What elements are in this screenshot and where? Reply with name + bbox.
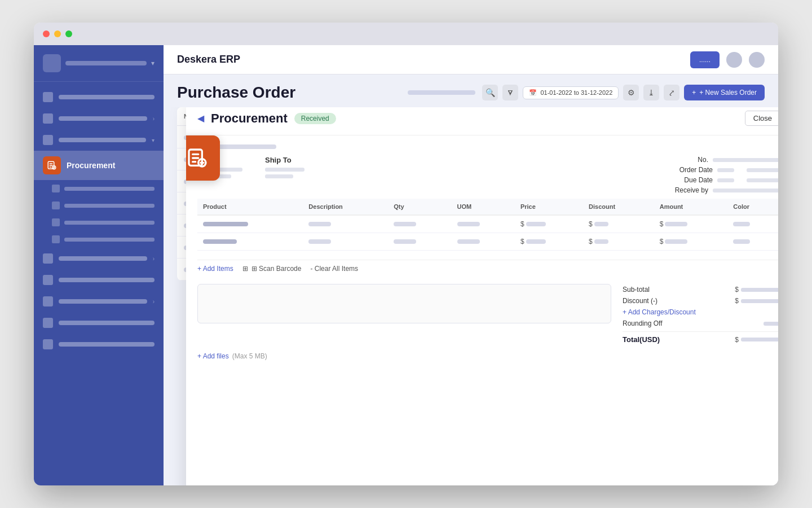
add-charges-link[interactable]: + Add Charges/Discount [623, 308, 696, 316]
sidebar-item-8[interactable] [34, 334, 164, 355]
table-area: Number Contact P.O. Date Due Date Total … [164, 107, 778, 485]
search-bar-placeholder [408, 90, 475, 95]
sidebar: ▾ › ▾ [34, 45, 164, 485]
totals-table: Sub-total $ Discount (-) $ [623, 284, 778, 345]
sidebar-icon-3 [43, 135, 53, 145]
due-date-value-2 [747, 178, 778, 182]
search-icon[interactable]: 🔍 [482, 85, 498, 100]
filter-icon[interactable]: ⛛ [502, 85, 518, 100]
order-date-value-1 [717, 168, 734, 172]
due-date-value-1 [717, 178, 734, 182]
item-row-1[interactable]: $ $ [197, 215, 778, 233]
maximize-traffic-light[interactable] [65, 30, 72, 37]
file-size-hint: (Max 5 MB) [232, 352, 267, 360]
col-description[interactable]: Description [303, 199, 388, 215]
receive-by-label: Receive by [663, 186, 708, 194]
procurement-label: Procurement [67, 161, 115, 170]
panel-top-row: Bill To Ship To [197, 156, 778, 194]
subtotal-label: Sub-total [623, 286, 650, 294]
sidebar-item-6[interactable]: › [34, 291, 164, 312]
ship-to-label: Ship To [265, 156, 304, 164]
sidebar-subitem-4[interactable] [34, 231, 164, 248]
col-color[interactable]: Color [727, 199, 778, 215]
col-qty[interactable]: Qty [388, 199, 451, 215]
total-label: Total(USD) [623, 335, 660, 344]
panel-header: ◀ Procurement Received Close [186, 107, 778, 135]
sidebar-nav: › ▾ [34, 82, 164, 485]
sidebar-item-3[interactable]: ▾ [34, 129, 164, 151]
rounding-value [764, 322, 778, 326]
col-product[interactable]: Product [197, 199, 303, 215]
order-ref-area: No. Order Date Due D [645, 156, 778, 194]
total-row: Total(USD) $ [623, 331, 778, 345]
order-date-value-2 [747, 168, 778, 172]
rounding-bar [764, 322, 778, 326]
items-footer: + Add Items ⊞ ⊞ Scan Barcode - Clear All… [197, 260, 778, 277]
col-amount[interactable]: Amount [654, 199, 728, 215]
total-value: $ [735, 336, 778, 344]
app-body: ▾ › ▾ [34, 45, 778, 485]
notification-icon[interactable] [726, 52, 742, 68]
bill-ship-area: Bill To Ship To [197, 156, 645, 194]
panel-status-badge: Received [294, 113, 336, 124]
subitem-icon-2 [52, 202, 60, 209]
add-files-link[interactable]: + Add files [197, 352, 229, 360]
items-table: Product Description Qty UOM Price Discou… [197, 199, 778, 251]
meta-no-row: No. [663, 156, 778, 164]
subtotal-value: $ [735, 286, 778, 294]
new-sales-order-button[interactable]: + + New Sales Order [684, 85, 765, 100]
share-icon[interactable]: ⤤ [664, 85, 679, 100]
sidebar-item-procurement[interactable]: Procurement [34, 151, 164, 180]
ship-address-line-2 [265, 174, 293, 178]
page-header: Purchase Order 🔍 ⛛ 📅 01-01-2022 to 31-12… [164, 75, 778, 107]
scan-barcode-link[interactable]: ⊞ ⊞ Scan Barcode [242, 265, 302, 273]
top-bar-button[interactable]: ...... [690, 51, 720, 68]
notes-textarea[interactable] [197, 284, 611, 323]
date-range[interactable]: 📅 01-01-2022 to 31-12-2022 [523, 86, 619, 99]
sidebar-subitem-1[interactable] [34, 180, 164, 197]
procurement-icon [43, 156, 61, 174]
sidebar-header: ▾ [34, 45, 164, 82]
sidebar-expand-icon[interactable]: ▾ [151, 59, 155, 67]
user-avatar[interactable] [749, 52, 765, 68]
clear-items-link[interactable]: - Clear All Items [310, 265, 358, 273]
chevron-right-icon-3: › [153, 299, 155, 305]
totals-section: Sub-total $ Discount (-) $ [197, 284, 778, 345]
settings-icon[interactable]: ⚙ [623, 85, 639, 100]
subtotal-bar [741, 288, 778, 292]
panel-close-button[interactable]: Close [745, 111, 778, 126]
sidebar-icon-1 [43, 92, 53, 102]
sidebar-subitem-2[interactable] [34, 197, 164, 214]
sidebar-subitem-3[interactable] [34, 214, 164, 231]
sidebar-item-4[interactable]: › [34, 248, 164, 269]
sidebar-item-2[interactable]: › [34, 108, 164, 129]
add-items-link[interactable]: + Add Items [197, 265, 233, 273]
sidebar-icon-4 [43, 253, 53, 264]
sidebar-item-7[interactable] [34, 312, 164, 334]
download-icon[interactable]: ⤓ [643, 85, 659, 100]
col-discount[interactable]: Discount [583, 199, 654, 215]
page-title: Purchase Order [177, 84, 401, 102]
sidebar-icon-6 [43, 296, 53, 306]
top-bar: Deskera ERP ...... [164, 45, 778, 75]
discount-row: Discount (-) $ [623, 295, 778, 306]
col-price[interactable]: Price [515, 199, 583, 215]
item-row-2[interactable]: $ $ [197, 233, 778, 251]
sidebar-logo [43, 54, 61, 72]
panel-back-button[interactable]: ◀ [197, 113, 204, 124]
receive-by-value [713, 189, 778, 192]
date-range-text: 01-01-2022 to 31-12-2022 [540, 89, 612, 96]
minimize-traffic-light[interactable] [54, 30, 61, 37]
subitem-icon-1 [52, 185, 60, 192]
col-uom[interactable]: UOM [452, 199, 515, 215]
title-bar [34, 23, 778, 45]
add-charges-row: + Add Charges/Discount [623, 306, 778, 318]
close-traffic-light[interactable] [43, 30, 50, 37]
discount-value: $ [735, 297, 778, 305]
chevron-right-icon-2: › [153, 256, 155, 262]
order-date-label: Order Date [668, 166, 713, 174]
sidebar-item-5[interactable] [34, 269, 164, 291]
sidebar-item-1[interactable] [34, 86, 164, 108]
rounding-row: Rounding Off [623, 318, 778, 329]
subitem-icon-3 [52, 218, 60, 226]
